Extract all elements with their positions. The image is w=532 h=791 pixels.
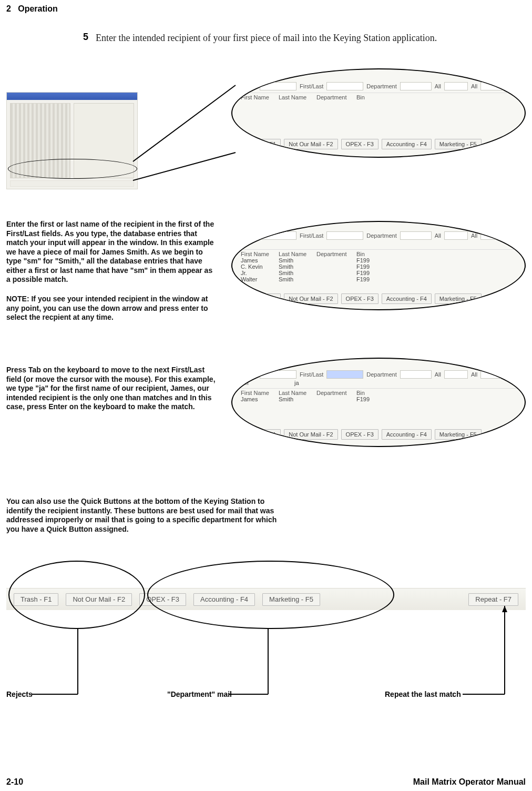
cell-firstname: Jr. bbox=[241, 270, 275, 276]
cell-dept bbox=[316, 276, 353, 282]
col-department: Department bbox=[316, 390, 353, 396]
label-last: Last bbox=[241, 83, 257, 89]
table-row[interactable]: Walter Smith F199 bbox=[241, 276, 516, 282]
marketing-button[interactable]: Marketing - F5 bbox=[435, 293, 482, 304]
cell-dept bbox=[316, 263, 353, 270]
label-department-mail: "Department" mail bbox=[167, 690, 232, 698]
search-value: sm bbox=[241, 241, 516, 247]
quick-button-row: sh - F1 Not Our Mail - F2 OPEX - F3 Acco… bbox=[253, 429, 482, 440]
not-our-mail-button[interactable]: Not Our Mail - F2 bbox=[284, 139, 337, 149]
chapter-header: 2 Operation bbox=[6, 4, 58, 14]
label-firstlast: First/Last bbox=[300, 232, 323, 239]
results-header: First Name Last Name Department Bin bbox=[241, 388, 516, 396]
magnifier-top: Last First/Last Department All All All F… bbox=[231, 68, 526, 158]
cell-bin: F199 bbox=[356, 276, 383, 282]
accounting-button[interactable]: Accounting - F4 bbox=[382, 139, 432, 149]
all1-input[interactable] bbox=[444, 370, 468, 379]
trash-button[interactable]: sh - F1 bbox=[253, 139, 281, 149]
cell-firstname: C. Kevin bbox=[241, 263, 275, 270]
firstlast-input[interactable] bbox=[326, 231, 363, 240]
opex-button[interactable]: OPEX - F3 bbox=[341, 139, 378, 149]
cell-bin: F199 bbox=[356, 396, 383, 402]
svg-line-0 bbox=[133, 85, 236, 161]
paragraph-3: You can also use the Quick Buttons at th… bbox=[6, 497, 280, 534]
all2-input[interactable] bbox=[480, 231, 504, 240]
label-last: Last bbox=[241, 232, 257, 239]
chapter-number: 2 bbox=[6, 4, 11, 13]
label-rejects: Rejects bbox=[6, 690, 33, 698]
label-all-2: All bbox=[471, 232, 477, 239]
accounting-button[interactable]: Accounting - F4 bbox=[382, 429, 432, 440]
dept-input[interactable] bbox=[400, 370, 432, 379]
trash-button[interactable]: sh - F1 bbox=[253, 429, 281, 440]
label-all-3: All bbox=[507, 232, 514, 239]
col-firstname: First Name bbox=[241, 390, 275, 396]
col-lastname: Last Name bbox=[279, 251, 313, 257]
table-row[interactable]: James Smith F199 bbox=[241, 257, 516, 263]
thumb-bottom-bar bbox=[10, 180, 134, 187]
label-firstlast: First/Last bbox=[300, 83, 323, 89]
col-department: Department bbox=[316, 94, 353, 100]
marketing-button[interactable]: Marketing - F5 bbox=[435, 429, 482, 440]
label-firstlast: First/Last bbox=[300, 371, 323, 378]
cell-bin: F199 bbox=[356, 263, 383, 270]
last-name-input[interactable] bbox=[260, 370, 296, 379]
cell-firstname: James bbox=[241, 257, 275, 263]
col-firstname: First Name bbox=[241, 251, 275, 257]
last-name-input[interactable] bbox=[260, 231, 296, 240]
col-lastname: Last Name bbox=[279, 390, 313, 396]
opex-button[interactable]: OPEX - F3 bbox=[341, 429, 378, 440]
rejects-ellipse bbox=[8, 561, 145, 629]
label-all-3: All bbox=[507, 371, 514, 378]
accounting-button[interactable]: Accounting - F4 bbox=[382, 293, 432, 304]
label-department: Department bbox=[366, 371, 396, 378]
all2-input[interactable] bbox=[480, 82, 504, 90]
col-bin: Bin bbox=[356, 251, 383, 257]
cell-firstname: James bbox=[241, 396, 275, 402]
col-lastname: Last Name bbox=[279, 94, 313, 100]
all1-input[interactable] bbox=[444, 231, 468, 240]
thumb-titlebar bbox=[7, 93, 137, 100]
results-header: First Name Last Name Department Bin bbox=[241, 249, 516, 257]
label-all-2: All bbox=[471, 83, 477, 89]
cell-lastname: Smith bbox=[279, 270, 313, 276]
not-our-mail-button[interactable]: Not Our Mail - F2 bbox=[284, 429, 337, 440]
cell-dept bbox=[316, 257, 353, 263]
col-bin: Bin bbox=[356, 390, 383, 396]
cell-firstname: Walter bbox=[241, 276, 275, 282]
repeat-button[interactable]: Repeat - F7 bbox=[468, 593, 518, 606]
label-repeat-last: Repeat the last match bbox=[385, 690, 461, 698]
table-row[interactable]: James Smith F199 bbox=[241, 396, 516, 402]
cell-dept bbox=[316, 270, 353, 276]
firstlast-input[interactable] bbox=[326, 370, 363, 379]
label-all-1: All bbox=[435, 371, 441, 378]
marketing-button[interactable]: Marketing - F5 bbox=[435, 139, 482, 149]
dept-input[interactable] bbox=[400, 82, 432, 90]
svg-line-1 bbox=[133, 153, 236, 180]
manual-title: Mail Matrix Operator Manual bbox=[413, 777, 526, 787]
table-row[interactable]: Jr. Smith F199 bbox=[241, 270, 516, 276]
table-row[interactable]: C. Kevin Smith F199 bbox=[241, 263, 516, 270]
quick-button-row: sh - F1 Not Our Mail - F2 OPEX - F3 Acco… bbox=[253, 139, 482, 149]
col-firstname: First Name bbox=[241, 94, 275, 100]
all1-input[interactable] bbox=[444, 82, 468, 90]
col-bin: Bin bbox=[356, 94, 383, 100]
all2-input[interactable] bbox=[480, 370, 504, 379]
trash-button[interactable]: sh - F1 bbox=[253, 293, 281, 304]
results-header: First Name Last Name Department Bin bbox=[241, 93, 516, 100]
search-value-last: sm bbox=[241, 380, 291, 386]
label-department: Department bbox=[366, 83, 396, 89]
last-name-input[interactable] bbox=[260, 82, 296, 90]
magnifier-middle: Last First/Last Department All All All s… bbox=[231, 221, 526, 310]
firstlast-input[interactable] bbox=[326, 82, 363, 90]
magnifier-bottom: Last First/Last Department All All All s… bbox=[231, 358, 526, 447]
fields-row: Last First/Last Department All All All bbox=[241, 231, 516, 240]
step-number: 5 bbox=[79, 32, 88, 44]
dept-ellipse bbox=[147, 561, 394, 629]
opex-button[interactable]: OPEX - F3 bbox=[341, 293, 378, 304]
fields-row: Last First/Last Department All All All bbox=[241, 82, 516, 90]
not-our-mail-button[interactable]: Not Our Mail - F2 bbox=[284, 293, 337, 304]
step-text: Enter the intended recipient of your fir… bbox=[96, 32, 437, 44]
col-department: Department bbox=[316, 251, 353, 257]
dept-input[interactable] bbox=[400, 231, 432, 240]
